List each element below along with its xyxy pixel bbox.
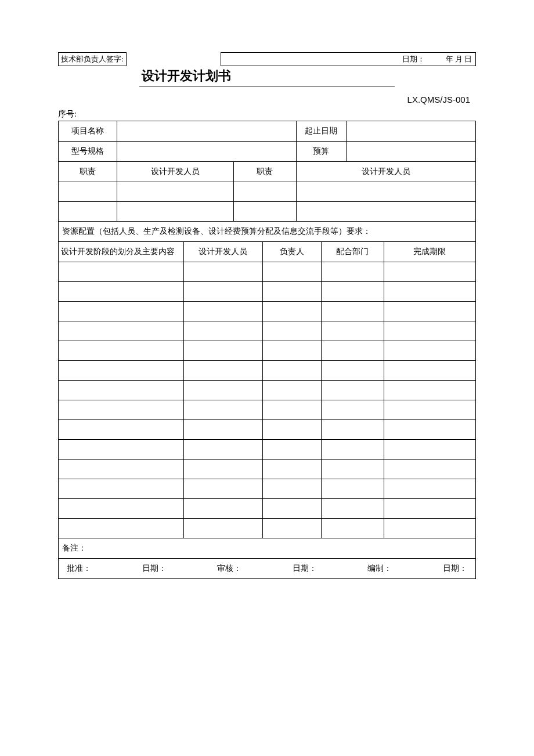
responsible-cell[interactable] (263, 262, 322, 282)
responsible-cell[interactable] (263, 499, 322, 519)
stage-header-deadline: 完成期限 (384, 242, 475, 262)
dept-cell[interactable] (321, 499, 384, 519)
stage-cell[interactable] (59, 321, 184, 341)
responsible-cell[interactable] (263, 302, 322, 321)
deadline-cell[interactable] (384, 361, 475, 381)
stage-cell[interactable] (59, 381, 184, 400)
duty-cell[interactable] (59, 202, 117, 222)
deadline-cell[interactable] (384, 321, 475, 341)
table-row (59, 420, 476, 440)
dept-cell[interactable] (321, 460, 384, 479)
responsible-cell[interactable] (263, 282, 322, 302)
model-value[interactable] (117, 142, 296, 162)
stage-cell[interactable] (59, 499, 184, 519)
person-cell[interactable] (183, 321, 263, 341)
dept-cell[interactable] (321, 282, 384, 302)
responsible-cell[interactable] (263, 460, 322, 479)
person-cell[interactable] (183, 479, 263, 499)
dept-cell[interactable] (321, 400, 384, 420)
responsible-cell[interactable] (263, 341, 322, 361)
responsible-cell[interactable] (263, 519, 322, 538)
stage-cell[interactable] (59, 519, 184, 538)
deadline-cell[interactable] (384, 341, 475, 361)
dept-cell[interactable] (321, 262, 384, 282)
deadline-cell[interactable] (384, 302, 475, 321)
responsible-cell[interactable] (263, 479, 322, 499)
signature-label: 技术部负责人签字: (58, 52, 127, 66)
review-label: 审核： (217, 563, 241, 574)
row-footer: 批准： 日期： 审核： 日期： 编制： 日期： (59, 559, 476, 579)
deadline-cell[interactable] (384, 440, 475, 460)
person-cell[interactable] (183, 341, 263, 361)
person-cell[interactable] (183, 420, 263, 440)
dev-person-cell-2[interactable] (296, 182, 475, 202)
dept-cell[interactable] (321, 361, 384, 381)
person-cell[interactable] (183, 460, 263, 479)
stage-cell[interactable] (59, 460, 184, 479)
stage-cell[interactable] (59, 420, 184, 440)
person-cell[interactable] (183, 282, 263, 302)
model-label: 型号规格 (59, 142, 117, 162)
person-cell[interactable] (183, 519, 263, 538)
dev-person-cell[interactable] (117, 202, 233, 222)
resource-config-cell[interactable]: 资源配置（包括人员、生产及检测设备、设计经费预算分配及信息交流手段等）要求： (59, 222, 476, 242)
person-cell[interactable] (183, 381, 263, 400)
row-stage-header: 设计开发阶段的划分及主要内容 设计开发人员 负责人 配合部门 完成期限 (59, 242, 476, 262)
duty-cell-2[interactable] (233, 202, 296, 222)
duty-label-1: 职责 (59, 162, 117, 182)
stage-cell[interactable] (59, 341, 184, 361)
responsible-cell[interactable] (263, 381, 322, 400)
deadline-cell[interactable] (384, 519, 475, 538)
responsible-cell[interactable] (263, 440, 322, 460)
stage-cell[interactable] (59, 361, 184, 381)
person-cell[interactable] (183, 262, 263, 282)
duty-cell-2[interactable] (233, 182, 296, 202)
dept-cell[interactable] (321, 341, 384, 361)
person-cell[interactable] (183, 302, 263, 321)
stage-cell[interactable] (59, 440, 184, 460)
stage-cell[interactable] (59, 282, 184, 302)
table-row (59, 361, 476, 381)
deadline-cell[interactable] (384, 420, 475, 440)
responsible-cell[interactable] (263, 420, 322, 440)
deadline-cell[interactable] (384, 282, 475, 302)
duty-cell[interactable] (59, 182, 117, 202)
dept-cell[interactable] (321, 479, 384, 499)
person-cell[interactable] (183, 499, 263, 519)
responsible-cell[interactable] (263, 361, 322, 381)
deadline-cell[interactable] (384, 381, 475, 400)
dev-person-cell-2[interactable] (296, 202, 475, 222)
dept-cell[interactable] (321, 420, 384, 440)
stage-cell[interactable] (59, 479, 184, 499)
dept-cell[interactable] (321, 381, 384, 400)
project-name-value[interactable] (117, 121, 296, 142)
dept-cell[interactable] (321, 321, 384, 341)
document-title: 设计开发计划书 (139, 67, 395, 86)
date-range-value[interactable] (347, 121, 476, 142)
budget-value[interactable] (347, 142, 476, 162)
deadline-cell[interactable] (384, 499, 475, 519)
dev-person-cell[interactable] (117, 182, 233, 202)
dept-cell[interactable] (321, 519, 384, 538)
responsible-cell[interactable] (263, 400, 322, 420)
duty-label-2: 职责 (233, 162, 296, 182)
deadline-cell[interactable] (384, 262, 475, 282)
person-cell[interactable] (183, 440, 263, 460)
deadline-cell[interactable] (384, 460, 475, 479)
deadline-cell[interactable] (384, 479, 475, 499)
stage-header-stage: 设计开发阶段的划分及主要内容 (59, 242, 184, 262)
dept-cell[interactable] (321, 302, 384, 321)
stage-cell[interactable] (59, 400, 184, 420)
deadline-cell[interactable] (384, 400, 475, 420)
responsible-cell[interactable] (263, 321, 322, 341)
person-cell[interactable] (183, 400, 263, 420)
date-box: 日期： 年 月 日 (221, 52, 476, 66)
stage-cell[interactable] (59, 302, 184, 321)
review-date-label: 日期： (293, 563, 317, 574)
table-row (59, 341, 476, 361)
remark-cell[interactable]: 备注： (59, 538, 476, 559)
person-cell[interactable] (183, 361, 263, 381)
dept-cell[interactable] (321, 440, 384, 460)
stage-header-person: 设计开发人员 (183, 242, 263, 262)
stage-cell[interactable] (59, 262, 184, 282)
